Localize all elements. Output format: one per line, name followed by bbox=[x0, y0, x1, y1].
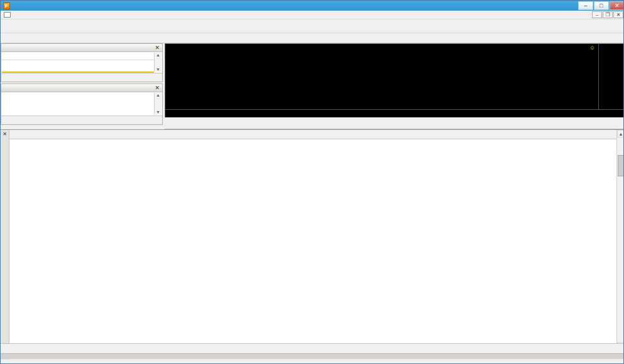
terminal-tabs bbox=[1, 343, 624, 353]
price-line-chart bbox=[165, 44, 598, 109]
maximize-button[interactable]: □ bbox=[594, 1, 609, 10]
history-table-header bbox=[9, 130, 616, 139]
market-watch-scrollbar[interactable]: ▲▼ bbox=[154, 53, 161, 72]
scroll-up-icon[interactable]: ▲ bbox=[617, 130, 624, 137]
chart-minimize-button[interactable]: – bbox=[592, 11, 602, 18]
scroll-thumb[interactable] bbox=[618, 155, 624, 176]
status-strip bbox=[1, 353, 624, 359]
chart-plot-area[interactable]: ☺ bbox=[165, 44, 598, 109]
market-watch-tabs bbox=[1, 73, 162, 82]
navigator-close-icon[interactable]: ✕ bbox=[155, 85, 160, 91]
close-button[interactable]: ✕ bbox=[610, 1, 624, 10]
chart-restore-button[interactable]: ❐ bbox=[603, 11, 613, 18]
platform-badge: ☺ bbox=[589, 45, 595, 51]
minimize-button[interactable]: – bbox=[578, 1, 593, 10]
terminal-side-strip: ✕ bbox=[1, 130, 9, 360]
navigator-title-bar: ✕ bbox=[1, 84, 162, 92]
terminal-panel: ✕ ▲ ▼ bbox=[1, 129, 624, 359]
market-watch-close-icon[interactable]: ✕ bbox=[155, 45, 160, 51]
chart-close-button[interactable]: ✕ bbox=[613, 11, 623, 18]
chart-tabs-bar bbox=[165, 117, 624, 129]
mt4-window: { "window": { "title": "15204066: IronFX… bbox=[0, 0, 624, 364]
chart-window-icon[interactable] bbox=[4, 12, 11, 18]
title-bar: F – □ ✕ bbox=[1, 1, 624, 11]
terminal-scrollbar[interactable]: ▲ ▼ bbox=[616, 130, 624, 350]
navigator-panel: ✕ ▲▼ bbox=[1, 83, 163, 125]
terminal-close-icon[interactable]: ✕ bbox=[3, 131, 7, 137]
app-icon: F bbox=[3, 3, 10, 9]
market-watch-title-bar: ✕ bbox=[1, 44, 162, 52]
market-watch-panel: ✕ ▲▼ bbox=[1, 43, 163, 82]
smiley-icon: ☺ bbox=[589, 45, 595, 51]
drawing-toolbar bbox=[1, 33, 624, 43]
market-watch-header bbox=[1, 52, 162, 60]
navigator-scrollbar[interactable]: ▲▼ bbox=[154, 93, 161, 114]
history-table-rows bbox=[9, 139, 616, 350]
time-axis bbox=[165, 109, 624, 117]
navigator-tabs bbox=[1, 115, 162, 124]
price-axis bbox=[598, 44, 624, 109]
menu-bar: – ❐ ✕ bbox=[1, 11, 624, 19]
main-toolbar bbox=[1, 19, 624, 33]
chart-window[interactable]: ☺ bbox=[165, 43, 624, 117]
